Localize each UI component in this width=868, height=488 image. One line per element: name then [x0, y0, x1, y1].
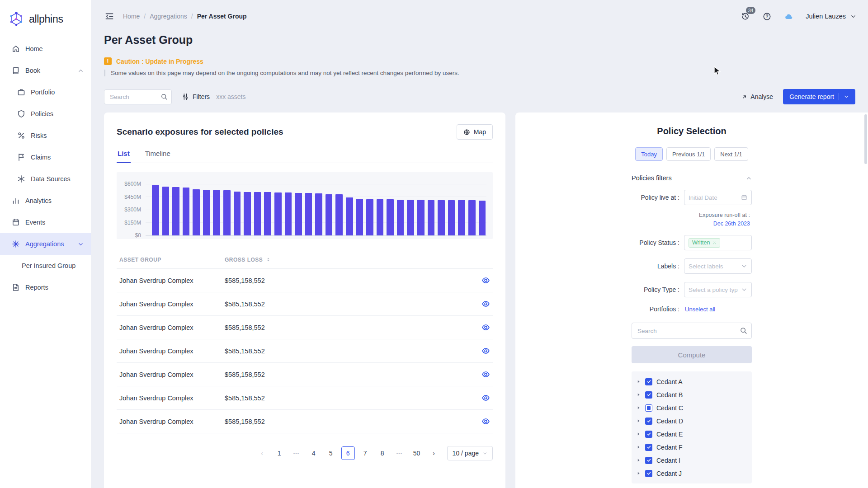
page-button[interactable]: •••: [290, 446, 303, 460]
filters-button[interactable]: Filters: [182, 93, 210, 100]
table-row[interactable]: Johan Sverdrup Complex $585,158,552: [117, 292, 493, 316]
cedant-checkbox[interactable]: [645, 457, 652, 464]
chevron-down-icon: [741, 286, 747, 293]
expand-caret-icon[interactable]: [636, 392, 641, 397]
cedant-row[interactable]: Cedant C: [636, 401, 747, 414]
table-row[interactable]: Johan Sverdrup Complex $585,158,552: [117, 386, 493, 410]
user-menu[interactable]: Julien Lauzes: [806, 13, 856, 20]
view-details-eye-button[interactable]: [481, 276, 490, 285]
table-row[interactable]: Johan Sverdrup Complex $585,158,552: [117, 363, 493, 386]
chevron-up-icon[interactable]: [746, 175, 752, 181]
cedant-row[interactable]: Cedant F: [636, 441, 747, 454]
sidebar-item[interactable]: Book: [0, 60, 91, 81]
compute-button[interactable]: Compute: [632, 346, 752, 363]
collapse-sidebar-button[interactable]: [104, 11, 115, 22]
sidebar-item[interactable]: Risks: [0, 125, 91, 146]
view-details-eye-button[interactable]: [481, 347, 490, 355]
cedant-row[interactable]: Cedant I: [636, 454, 747, 467]
page-button[interactable]: 8: [376, 446, 389, 460]
labels-select[interactable]: Select labels: [684, 258, 752, 274]
sidebar-item[interactable]: Data Sources: [0, 168, 91, 190]
page-button[interactable]: •••: [393, 446, 406, 460]
sidebar-item[interactable]: Aggregations: [0, 233, 91, 255]
sidebar-item[interactable]: Reports: [0, 277, 91, 298]
portfolios-search-input[interactable]: [632, 323, 752, 339]
help-button[interactable]: [760, 9, 774, 23]
period-button[interactable]: Previous 1/1: [666, 147, 711, 161]
table-row[interactable]: Johan Sverdrup Complex $585,158,552: [117, 339, 493, 363]
map-button[interactable]: Map: [457, 124, 493, 140]
cloud-status-button[interactable]: [781, 9, 796, 23]
cedant-checkbox[interactable]: [645, 391, 652, 399]
sidebar-item[interactable]: Policies: [0, 103, 91, 125]
page-button[interactable]: 6: [341, 446, 355, 460]
cedant-checkbox[interactable]: [645, 444, 652, 451]
policy-panel-title: Policy Selection: [632, 126, 752, 136]
expand-caret-icon[interactable]: [636, 405, 641, 410]
page-button[interactable]: 5: [324, 446, 338, 460]
column-asset-group[interactable]: ASSET GROUP: [119, 257, 225, 263]
page-button[interactable]: ›: [427, 446, 441, 460]
cedant-row[interactable]: Cedant D: [636, 414, 747, 427]
cedant-checkbox[interactable]: [645, 470, 652, 477]
table-row[interactable]: Johan Sverdrup Complex $585,158,552: [117, 410, 493, 433]
page-button[interactable]: 1: [273, 446, 286, 460]
sidebar-item[interactable]: Events: [0, 211, 91, 233]
policy-type-select[interactable]: Select a policy typ: [684, 282, 752, 297]
cedant-checkbox[interactable]: [645, 404, 652, 412]
generate-report-button[interactable]: Generate report: [783, 89, 855, 104]
table-row[interactable]: Johan Sverdrup Complex $585,158,552: [117, 316, 493, 339]
breadcrumb-item[interactable]: Home: [123, 13, 140, 20]
page-button[interactable]: 4: [307, 446, 321, 460]
period-button[interactable]: Next 1/1: [714, 147, 748, 161]
sidebar-item[interactable]: Home: [0, 38, 91, 60]
expand-caret-icon[interactable]: [636, 458, 641, 463]
sidebar-item[interactable]: Claims: [0, 146, 91, 168]
cedant-row[interactable]: Cedant E: [636, 427, 747, 441]
policy-status-field[interactable]: Written: [684, 235, 752, 250]
breadcrumb-item[interactable]: Aggregations: [150, 13, 187, 20]
view-details-eye-button[interactable]: [481, 394, 490, 402]
cedant-row[interactable]: Cedant B: [636, 388, 747, 401]
cedant-checkbox[interactable]: [645, 431, 652, 438]
analyse-button[interactable]: Analyse: [741, 93, 773, 100]
brand-logo[interactable]: allphins: [0, 3, 91, 38]
cedant-checkbox[interactable]: [645, 418, 652, 425]
view-details-eye-button[interactable]: [481, 370, 490, 379]
y-tick-label: $0: [123, 232, 146, 239]
period-button[interactable]: Today: [635, 147, 663, 161]
table-header-row: ASSET GROUP GROSS LOSS: [117, 251, 493, 269]
sort-icon[interactable]: [265, 257, 271, 263]
sidebar-item[interactable]: Per Insured Group: [0, 255, 91, 277]
expand-caret-icon[interactable]: [636, 379, 641, 384]
exposure-runoff-date-link[interactable]: Dec 26th 2023: [632, 221, 750, 227]
unselect-all-link[interactable]: Unselect all: [684, 306, 752, 313]
policy-live-at-input[interactable]: [689, 194, 738, 201]
cedant-row[interactable]: Cedant J: [636, 467, 747, 480]
close-icon[interactable]: [712, 241, 717, 245]
view-details-eye-button[interactable]: [481, 323, 490, 332]
view-details-eye-button[interactable]: [481, 417, 490, 426]
policies-filters-header[interactable]: Policies filters: [632, 174, 752, 182]
view-details-eye-button[interactable]: [481, 300, 490, 308]
cedant-row[interactable]: Cedant A: [636, 375, 747, 388]
view-tab[interactable]: List: [117, 150, 131, 163]
page-size-select[interactable]: 10 / page: [447, 446, 493, 460]
page-button[interactable]: 50: [410, 446, 424, 460]
breadcrumb-item[interactable]: Per Asset Group: [197, 13, 247, 20]
expand-caret-icon[interactable]: [636, 432, 641, 436]
cedant-checkbox[interactable]: [645, 378, 652, 385]
history-button[interactable]: 34: [738, 9, 752, 23]
page-button[interactable]: ‹: [255, 446, 269, 460]
view-tab[interactable]: Timeline: [144, 150, 171, 163]
expand-caret-icon[interactable]: [636, 418, 641, 423]
expand-caret-icon[interactable]: [636, 445, 641, 450]
table-row[interactable]: Johan Sverdrup Complex $585,158,552: [117, 269, 493, 292]
sidebar-item[interactable]: Portfolio: [0, 81, 91, 103]
sidebar-item[interactable]: Analytics: [0, 190, 91, 211]
expand-caret-icon[interactable]: [636, 471, 641, 476]
panel-scrollbar[interactable]: [864, 114, 867, 164]
page-button[interactable]: 7: [359, 446, 372, 460]
column-gross-loss[interactable]: GROSS LOSS: [225, 257, 470, 263]
calendar-icon[interactable]: [741, 194, 747, 201]
